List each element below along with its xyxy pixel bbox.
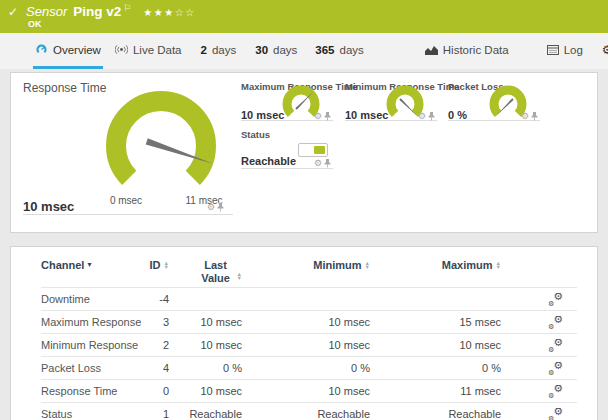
channel-name[interactable]: Packet Loss xyxy=(41,362,141,374)
tab-historic-data[interactable]: Historic Data xyxy=(423,33,511,69)
column-header-last-value[interactable]: Last Value ▲▼ xyxy=(169,247,242,284)
tab-historic-data-label: Historic Data xyxy=(443,44,509,56)
main-gauge-title: Response Time xyxy=(23,81,106,95)
ok-check-icon: ✓ xyxy=(8,5,18,19)
tab-2-days-label: days xyxy=(212,44,236,56)
mini-gauge-min-response: Minimum Response Time 10 msec ⚙ xyxy=(345,73,437,232)
table-row[interactable]: Status 1 Reachable Reachable Reachable ⚙… xyxy=(41,402,577,420)
column-header-maximum[interactable]: Maximum ▲▼ xyxy=(370,247,501,271)
tab-30-days[interactable]: 30 days xyxy=(253,33,299,69)
response-time-gauge xyxy=(96,89,226,193)
gauge-actions: ⚙ xyxy=(207,202,224,212)
channel-minimum: 0 % xyxy=(242,362,370,374)
gauge-actions: ⚙ xyxy=(314,111,331,121)
log-icon xyxy=(547,45,559,55)
channel-id: 2 xyxy=(141,339,169,351)
gear-icon[interactable]: ⚙ xyxy=(418,111,426,121)
gauge-actions: ⚙ xyxy=(314,158,331,168)
gear-icon[interactable]: ⚙ xyxy=(207,202,215,212)
chevron-down-icon: ▾ xyxy=(87,260,91,269)
column-header-channel[interactable]: Channel ▾ xyxy=(41,247,141,271)
channel-last-value: 10 msec xyxy=(169,339,242,351)
divider xyxy=(23,214,233,215)
status-value: Reachable xyxy=(241,155,296,167)
status-toggle-indicator xyxy=(298,143,328,157)
channel-last-value: 0 % xyxy=(169,362,242,374)
channel-settings-icon[interactable]: ⚙⚙ xyxy=(548,408,563,420)
tab-live-data-label: Live Data xyxy=(133,44,182,56)
object-kind-label: Sensor xyxy=(26,4,67,19)
gear-icon[interactable]: ⚙ xyxy=(521,111,529,121)
column-header-maximum-label: Maximum xyxy=(442,259,493,271)
column-header-last-value-label: Last Value xyxy=(198,259,234,284)
pin-icon[interactable] xyxy=(531,112,538,121)
channel-maximum: 10 msec xyxy=(370,339,501,351)
gear-icon[interactable]: ⚙ xyxy=(314,158,322,168)
channel-id: -4 xyxy=(141,293,169,305)
channel-minimum: 10 msec xyxy=(242,385,370,397)
channel-settings-icon[interactable]: ⚙⚙ xyxy=(548,316,563,329)
pin-icon[interactable] xyxy=(428,112,435,121)
tab-365-days[interactable]: 365 days xyxy=(313,33,365,69)
channel-name[interactable]: Response Time xyxy=(41,385,141,397)
tab-30-days-label: days xyxy=(273,44,297,56)
table-row[interactable]: Packet Loss 4 0 % 0 % 0 % ⚙⚙ xyxy=(41,356,577,379)
channel-id: 0 xyxy=(141,385,169,397)
gear-icon: ⚙ xyxy=(602,43,608,57)
tab-overview[interactable]: Overview xyxy=(33,33,103,69)
tab-365-days-number: 365 xyxy=(315,44,334,56)
gear-icon[interactable]: ⚙ xyxy=(314,111,322,121)
tab-overview-label: Overview xyxy=(53,44,101,56)
tab-log-label: Log xyxy=(564,44,583,56)
column-header-id-label: ID xyxy=(150,259,161,271)
sensor-status-text: OK xyxy=(28,19,42,29)
channel-last-value: 10 msec xyxy=(169,385,242,397)
pin-icon[interactable] xyxy=(324,112,331,121)
column-header-id[interactable]: ID ▲▼ xyxy=(141,247,169,271)
tab-log[interactable]: Log xyxy=(545,33,585,69)
channel-maximum: Reachable xyxy=(370,408,501,420)
tab-live-data[interactable]: Live Data xyxy=(113,33,184,69)
channel-settings-icon[interactable]: ⚙⚙ xyxy=(548,385,563,398)
channel-maximum: 0 % xyxy=(370,362,501,374)
channel-minimum: Reachable xyxy=(242,408,370,420)
channel-id: 1 xyxy=(141,408,169,420)
status-toggle-knob xyxy=(314,146,325,154)
mini-gauge-max-response: Maximum Response Time 10 msec ⚙ Status R… xyxy=(241,73,333,232)
gauge-icon xyxy=(35,44,48,55)
divider xyxy=(241,168,333,169)
sensor-overview-page: ✓ Sensor Ping v2 ⚐ ★★★☆☆ OK Overview Liv… xyxy=(0,0,608,420)
pin-icon[interactable] xyxy=(217,203,224,212)
channel-minimum: 10 msec xyxy=(242,339,370,351)
channel-name[interactable]: Status xyxy=(41,408,141,420)
column-header-minimum[interactable]: Minimum ▲▼ xyxy=(242,247,370,271)
table-row[interactable]: Response Time 0 10 msec 10 msec 11 msec … xyxy=(41,379,577,402)
tab-settings[interactable]: ⚙ Settings xyxy=(600,33,608,69)
pin-icon[interactable] xyxy=(324,159,331,168)
channel-last-value: 10 msec xyxy=(169,316,242,328)
column-header-channel-label: Channel xyxy=(41,259,84,271)
channel-name[interactable]: Downtime xyxy=(41,293,141,305)
tab-2-days[interactable]: 2 days xyxy=(199,33,239,69)
channel-maximum: 15 msec xyxy=(370,316,501,328)
priority-stars[interactable]: ★★★☆☆ xyxy=(143,7,195,18)
table-row[interactable]: Downtime -4 ⚙⚙ xyxy=(41,287,577,310)
channels-table-panel: Channel ▾ ID ▲▼ Last Value ▲▼ Minimum ▲▼… xyxy=(10,246,598,420)
table-row[interactable]: Minimum Response Time 2 10 msec 10 msec … xyxy=(41,333,577,356)
tab-2-days-number: 2 xyxy=(201,44,207,56)
column-header-actions xyxy=(501,247,577,259)
channel-id: 3 xyxy=(141,316,169,328)
sensor-name: Ping v2 xyxy=(73,4,121,19)
table-header-row: Channel ▾ ID ▲▼ Last Value ▲▼ Minimum ▲▼… xyxy=(41,247,577,287)
channel-name[interactable]: Minimum Response Time xyxy=(41,339,141,351)
sort-icon: ▲▼ xyxy=(237,272,242,280)
channel-settings-icon[interactable]: ⚙⚙ xyxy=(548,362,563,375)
table-row[interactable]: Maximum Response Ti... 3 10 msec 10 msec… xyxy=(41,310,577,333)
gauge-actions: ⚙ xyxy=(418,111,435,121)
channel-settings-icon[interactable]: ⚙⚙ xyxy=(548,293,563,306)
channel-settings-icon[interactable]: ⚙⚙ xyxy=(548,339,563,352)
channel-name[interactable]: Maximum Response Ti... xyxy=(41,316,141,328)
broadcast-icon xyxy=(115,44,128,55)
channel-last-value: Reachable xyxy=(169,408,242,420)
flag-icon: ⚐ xyxy=(123,3,131,13)
